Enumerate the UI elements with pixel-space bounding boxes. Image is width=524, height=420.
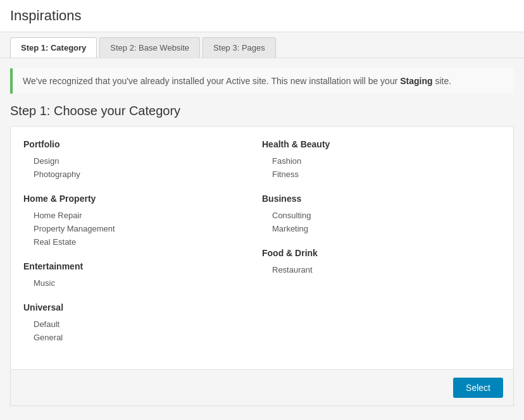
- category-panel: Portfolio Design Photography Home & Prop…: [10, 126, 514, 370]
- tabs-bar: Step 1: Category Step 2: Base Website St…: [0, 32, 524, 58]
- category-item-restaurant[interactable]: Restaurant: [262, 263, 501, 276]
- category-item-consulting[interactable]: Consulting: [262, 209, 501, 222]
- category-group-portfolio: Portfolio Design Photography: [23, 139, 262, 181]
- category-item-default[interactable]: Default: [23, 318, 262, 331]
- right-column: Health & Beauty Fashion Fitness Business…: [262, 139, 501, 357]
- category-group-home-property: Home & Property Home Repair Property Man…: [23, 194, 262, 249]
- category-group-entertainment: Entertainment Music: [23, 261, 262, 290]
- categories-grid: Portfolio Design Photography Home & Prop…: [23, 139, 501, 357]
- page-title: Inspirations: [10, 8, 514, 24]
- category-item-music[interactable]: Music: [23, 276, 262, 290]
- notice-text: We've recognized that you've already ins…: [23, 76, 451, 86]
- category-item-property-management[interactable]: Property Management: [23, 222, 262, 235]
- group-title-food-drink: Food & Drink: [262, 248, 501, 258]
- panel-footer: Select: [10, 370, 514, 406]
- group-title-home-property: Home & Property: [23, 194, 262, 204]
- tab-step3[interactable]: Step 3: Pages: [203, 37, 276, 58]
- left-column: Portfolio Design Photography Home & Prop…: [23, 139, 262, 357]
- section-title: Step 1: Choose your Category: [10, 104, 514, 118]
- category-item-real-estate[interactable]: Real Estate: [23, 235, 262, 249]
- category-group-business: Business Consulting Marketing: [262, 194, 501, 235]
- category-group-food-drink: Food & Drink Restaurant: [262, 248, 501, 276]
- category-group-health-beauty: Health & Beauty Fashion Fitness: [262, 139, 501, 181]
- content-area: We've recognized that you've already ins…: [0, 58, 524, 416]
- group-title-health-beauty: Health & Beauty: [262, 139, 501, 149]
- category-item-home-repair[interactable]: Home Repair: [23, 209, 262, 222]
- category-item-fashion[interactable]: Fashion: [262, 154, 501, 168]
- category-group-universal: Universal Default General: [23, 302, 262, 344]
- group-title-business: Business: [262, 194, 501, 204]
- group-title-entertainment: Entertainment: [23, 261, 262, 271]
- page-header: Inspirations: [0, 0, 524, 32]
- tab-step2[interactable]: Step 2: Base Website: [99, 37, 200, 58]
- category-item-general[interactable]: General: [23, 331, 262, 344]
- select-button[interactable]: Select: [453, 378, 503, 398]
- group-title-portfolio: Portfolio: [23, 139, 262, 149]
- category-item-photography[interactable]: Photography: [23, 168, 262, 181]
- group-title-universal: Universal: [23, 302, 262, 312]
- category-item-marketing[interactable]: Marketing: [262, 222, 501, 235]
- notice-highlight: Staging: [400, 76, 432, 86]
- category-item-fitness[interactable]: Fitness: [262, 168, 501, 181]
- tab-step1[interactable]: Step 1: Category: [10, 37, 97, 58]
- category-item-design[interactable]: Design: [23, 154, 262, 168]
- notice-box: We've recognized that you've already ins…: [10, 68, 514, 94]
